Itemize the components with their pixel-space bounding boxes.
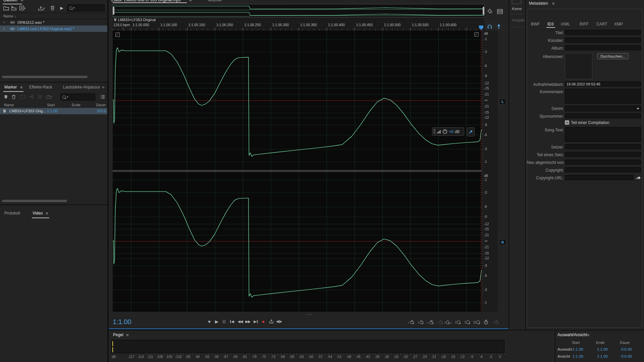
delete-file-button[interactable] — [49, 5, 56, 11]
zoom-full-button[interactable]: ↕+ — [491, 319, 500, 325]
panel-menu-icon[interactable]: ≡ — [21, 0, 23, 3]
marker-horizontal-scrollbar[interactable] — [2, 200, 67, 202]
view-start-value[interactable]: 1:1.00 — [573, 354, 583, 358]
spectral-display-settings-button[interactable] — [496, 8, 504, 15]
presets-label[interactable]: Vorgaben — [512, 18, 525, 22]
neu-abgemischt-von-field[interactable] — [565, 160, 641, 165]
tab-bwf[interactable]: BWF — [531, 22, 540, 26]
new-file-button[interactable]: ▾ — [18, 5, 27, 11]
tab-riff[interactable]: RIFF — [580, 22, 589, 26]
marker-pin-button[interactable] — [495, 23, 502, 30]
marker-list-options-button[interactable] — [99, 94, 106, 100]
marker-flag-icon[interactable] — [114, 18, 117, 22]
overview-right-handle[interactable] — [483, 7, 484, 15]
aufnahmedatum-field[interactable] — [565, 81, 641, 86]
album-field[interactable] — [565, 45, 641, 50]
marker-col-dauer[interactable]: Dauer — [96, 103, 106, 107]
pause-button[interactable] — [220, 318, 228, 325]
tab-pegel[interactable]: Pegel — [113, 333, 123, 337]
marker-row[interactable]: LM833+LF353 Orig... 1:1.00 0:0.0 — [0, 108, 107, 114]
play-button[interactable]: ▶ — [213, 318, 221, 325]
tab-auswahl-ansicht[interactable]: Auswahl/Ansicht — [557, 333, 587, 337]
fade-out-handle[interactable] — [474, 32, 479, 37]
tab-marker[interactable]: Marker — [4, 85, 17, 89]
export-markers-button[interactable]: ▾ — [46, 94, 53, 100]
panel-menu-icon[interactable]: ≡ — [552, 1, 555, 6]
panel-menu-icon[interactable]: ≡ — [126, 333, 129, 338]
range-marker-button[interactable] — [19, 94, 25, 100]
skip-to-start-button[interactable]: ◀ — [228, 318, 236, 325]
tab-cart[interactable]: CART — [596, 22, 607, 26]
copyright-url-field[interactable] — [565, 175, 633, 180]
files-search-input[interactable]: ▾ — [67, 4, 105, 11]
loop-playback-button[interactable] — [267, 318, 275, 325]
time-display[interactable]: 1:1.00 — [113, 318, 131, 326]
zoom-in-time-button[interactable]: ↔+ — [425, 319, 434, 325]
selection-dauer-value[interactable]: 0:0.00 — [621, 347, 632, 351]
pan-zoom-tool-button[interactable] — [486, 8, 494, 15]
stop-button[interactable]: ■ — [205, 318, 213, 325]
panel-resize-grip[interactable] — [109, 312, 508, 316]
copyright-field[interactable] — [565, 167, 641, 172]
tab-dateien[interactable]: Dateien — [3, 0, 17, 2]
marker-flag-label[interactable]: LM833+LF353 Original — [118, 18, 156, 22]
skip-to-end-button[interactable]: ▶ — [252, 318, 260, 325]
zoom-timed-button[interactable] — [482, 319, 490, 325]
marker-col-name[interactable]: Name — [4, 103, 14, 107]
tab-editor[interactable]: Editor: LM833 und LF353 Original.mp3 — [111, 0, 181, 2]
marker-col-start[interactable]: Start — [47, 103, 55, 107]
zoom-to-in-point-button[interactable]: ⟨ — [453, 319, 462, 325]
songtext-field[interactable] — [565, 127, 641, 142]
view-ende-value[interactable]: 1:1.00 — [597, 354, 608, 358]
titel-field[interactable] — [565, 30, 641, 35]
overview-left-handle[interactable] — [113, 7, 114, 15]
zoom-out-amplitude-button[interactable]: ↕− — [416, 319, 425, 325]
tab-xmp[interactable]: XMP — [614, 22, 623, 26]
record-button[interactable]: ● — [259, 318, 267, 325]
rewind-button[interactable]: ◀◀ — [236, 318, 244, 325]
panel-menu-icon[interactable]: ≡ — [46, 211, 48, 216]
tab-ixml[interactable]: iXML — [561, 22, 570, 26]
panel-menu-icon[interactable]: ≡ — [189, 0, 192, 3]
kuenstler-field[interactable] — [565, 38, 641, 43]
selection-ende-value[interactable]: 1:1.00 — [597, 347, 608, 351]
album-cover-box[interactable] — [565, 53, 592, 79]
compilation-checkbox[interactable] — [565, 120, 569, 125]
tab-id3[interactable]: ID3 — [547, 22, 554, 26]
tab-video[interactable]: Video — [33, 211, 43, 216]
monitor-toggle-button[interactable] — [486, 23, 494, 30]
expand-icon[interactable]: › — [3, 19, 5, 24]
teil-eines-sets-field[interactable] — [565, 152, 641, 157]
hud-grip-icon[interactable] — [434, 129, 435, 134]
tab-effekte-rack[interactable]: Effekte-Rack — [29, 85, 52, 89]
panel-menu-icon[interactable]: ≡ — [20, 85, 23, 90]
spurnummer-field[interactable] — [565, 113, 641, 118]
genre-select[interactable] — [565, 106, 641, 111]
panel-menu-icon[interactable]: ≡ — [587, 333, 590, 338]
open-file-button[interactable] — [3, 5, 9, 11]
selection-start-value[interactable]: 1:1.00 — [573, 347, 583, 351]
delete-marker-button[interactable] — [11, 94, 17, 100]
expand-icon[interactable]: › — [3, 26, 5, 31]
import-file-button[interactable] — [10, 5, 17, 11]
files-name-column-header[interactable]: Name ↓ — [3, 14, 16, 18]
timeline-ruler[interactable]: 128,0 bpm 1:1.00.0501:1.00.1001:1.00.150… — [113, 22, 484, 31]
tab-overflow-icon[interactable]: » — [102, 84, 104, 89]
effects-none-label[interactable]: Keine — [512, 7, 522, 11]
fast-forward-button[interactable]: ▶▶ — [244, 318, 252, 325]
file-row-opa1612[interactable]: › OPA1612.wav * — [0, 19, 107, 25]
insert-into-playlist-button[interactable] — [28, 94, 34, 100]
zoom-to-out-point-button[interactable]: ⟩ — [463, 319, 472, 325]
open-url-button[interactable] — [635, 175, 642, 181]
hud-gain-value[interactable]: +0 — [449, 129, 453, 134]
file-row-lm833-selected[interactable]: › LM833 und LF353 Original.mp3 * — [0, 25, 107, 32]
preview-play-button[interactable]: ▶ — [58, 5, 65, 11]
marker-col-ende[interactable]: Ende — [72, 103, 80, 107]
shuttle-button[interactable]: ◀ ▶ — [275, 318, 283, 325]
zoom-in-amplitude-button[interactable]: ↕+ — [407, 319, 415, 325]
tab-lautstaerke-anpassung[interactable]: Lautstärke-Anpassung — [63, 85, 100, 89]
channel-divider[interactable] — [113, 170, 498, 172]
gain-hud[interactable]: +0 dB — [432, 127, 464, 136]
fade-in-handle[interactable] — [115, 33, 120, 37]
zoom-out-time-button[interactable]: ↔− — [435, 319, 443, 325]
